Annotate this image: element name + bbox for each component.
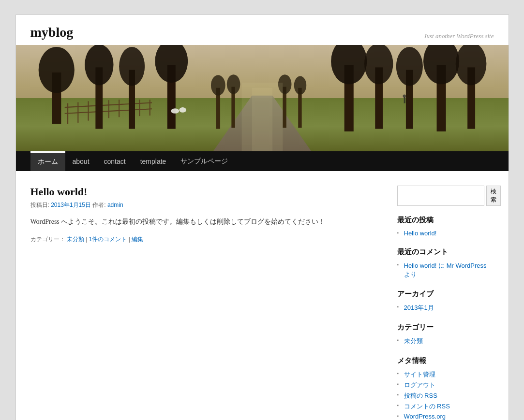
- comments-link[interactable]: 1件のコメント: [89, 236, 127, 243]
- meta-link-logout[interactable]: ログアウト: [404, 381, 435, 389]
- site-title: myblog: [30, 25, 74, 40]
- svg-point-43: [403, 95, 405, 98]
- svg-point-39: [294, 76, 306, 94]
- svg-point-33: [210, 75, 225, 95]
- svg-rect-45: [252, 88, 272, 151]
- recent-posts-title: 最近の投稿: [397, 216, 494, 225]
- svg-rect-8: [119, 100, 120, 117]
- list-item: WordPress.org: [397, 412, 494, 420]
- search-widget: 検索: [397, 186, 494, 206]
- nav-item-contact[interactable]: contact: [97, 153, 133, 170]
- svg-point-17: [85, 45, 113, 85]
- svg-rect-5: [88, 101, 89, 120]
- svg-rect-42: [404, 97, 405, 103]
- category-link[interactable]: 未分類: [404, 337, 423, 345]
- list-item: 未分類: [397, 336, 494, 347]
- post-footer: カテゴリー： 未分類 | 1件のコメント | 編集: [30, 235, 383, 244]
- edit-link[interactable]: 編集: [132, 236, 143, 243]
- site-header: myblog Just another WordPress site: [16, 15, 509, 45]
- hero-image: [16, 45, 509, 151]
- post-date-label: 投稿日:: [30, 202, 49, 208]
- nav-item-template[interactable]: template: [133, 153, 174, 170]
- svg-point-40: [171, 108, 179, 114]
- archives-title: アーカイブ: [397, 290, 494, 299]
- meta-link-wporg[interactable]: WordPress.org: [404, 413, 446, 420]
- svg-point-19: [119, 47, 145, 86]
- nav-item-sample[interactable]: サンプルページ: [173, 152, 235, 171]
- categories-title: カテゴリー: [397, 323, 494, 332]
- category-link[interactable]: 未分類: [67, 236, 84, 243]
- post-meta: 投稿日: 2013年1月15日 作者: admin: [30, 201, 383, 209]
- recent-comment-link[interactable]: Hello world! に Mr WordPress より: [404, 262, 487, 278]
- svg-point-35: [226, 74, 240, 94]
- list-item: サイト管理: [397, 369, 494, 380]
- meta-widget: メタ情報 サイト管理 ログアウト 投稿の RSS コメントの RSS WordP…: [397, 356, 494, 420]
- search-button[interactable]: 検索: [486, 186, 501, 206]
- post-date-link[interactable]: 2013年1月15日: [51, 202, 91, 208]
- archives-widget: アーカイブ 2013年1月: [397, 290, 494, 313]
- meta-list: サイト管理 ログアウト 投稿の RSS コメントの RSS WordPress.…: [397, 369, 494, 420]
- meta-link-comments-rss[interactable]: コメントの RSS: [404, 403, 450, 410]
- meta-link-posts-rss[interactable]: 投稿の RSS: [404, 392, 437, 399]
- site-description: Just another WordPress site: [424, 32, 494, 40]
- list-item: Hello world!: [397, 229, 494, 238]
- category-label: カテゴリー：: [30, 236, 65, 243]
- site-nav: ホーム about contact template サンプルページ: [16, 151, 509, 171]
- svg-point-25: [364, 45, 393, 84]
- recent-comments-widget: 最近のコメント Hello world! に Mr WordPress より: [397, 247, 494, 280]
- post-content: WordPress へようこそ。これは最初の投稿です。編集もしくは削除してブログ…: [30, 216, 383, 228]
- meta-title: メタ情報: [397, 356, 494, 365]
- svg-point-27: [396, 47, 422, 86]
- archive-link[interactable]: 2013年1月: [404, 304, 434, 311]
- svg-rect-7: [108, 100, 109, 118]
- categories-widget: カテゴリー 未分類: [397, 323, 494, 347]
- recent-posts-widget: 最近の投稿 Hello world!: [397, 216, 494, 238]
- list-item: コメントの RSS: [397, 401, 494, 412]
- post-author-label: 作者:: [92, 202, 105, 208]
- post-author-link[interactable]: admin: [107, 202, 123, 208]
- list-item: 投稿の RSS: [397, 391, 494, 401]
- nav-item-about[interactable]: about: [65, 153, 97, 170]
- post-title: Hello world!: [30, 186, 383, 198]
- sidebar: 検索 最近の投稿 Hello world! 最近のコメント Hello worl…: [397, 186, 494, 420]
- svg-rect-11: [149, 100, 150, 116]
- list-item: Hello world! に Mr WordPress より: [397, 261, 494, 280]
- post-article: Hello world! 投稿日: 2013年1月15日 作者: admin W…: [30, 186, 383, 244]
- search-input[interactable]: [397, 186, 484, 206]
- recent-post-link[interactable]: Hello world!: [404, 230, 437, 237]
- recent-comments-list: Hello world! に Mr WordPress より: [397, 261, 494, 280]
- main-content: Hello world! 投稿日: 2013年1月15日 作者: admin W…: [30, 186, 383, 244]
- categories-list: 未分類: [397, 336, 494, 347]
- archives-list: 2013年1月: [397, 303, 494, 313]
- list-item: 2013年1月: [397, 303, 494, 313]
- content-area: Hello world! 投稿日: 2013年1月15日 作者: admin W…: [16, 171, 509, 420]
- nav-item-home[interactable]: ホーム: [30, 151, 65, 171]
- recent-comments-title: 最近のコメント: [397, 247, 494, 257]
- svg-point-41: [179, 107, 186, 113]
- svg-rect-10: [139, 100, 140, 116]
- list-item: ログアウト: [397, 380, 494, 391]
- recent-posts-list: Hello world!: [397, 229, 494, 238]
- svg-point-15: [38, 47, 74, 93]
- meta-link-admin[interactable]: サイト管理: [404, 371, 435, 378]
